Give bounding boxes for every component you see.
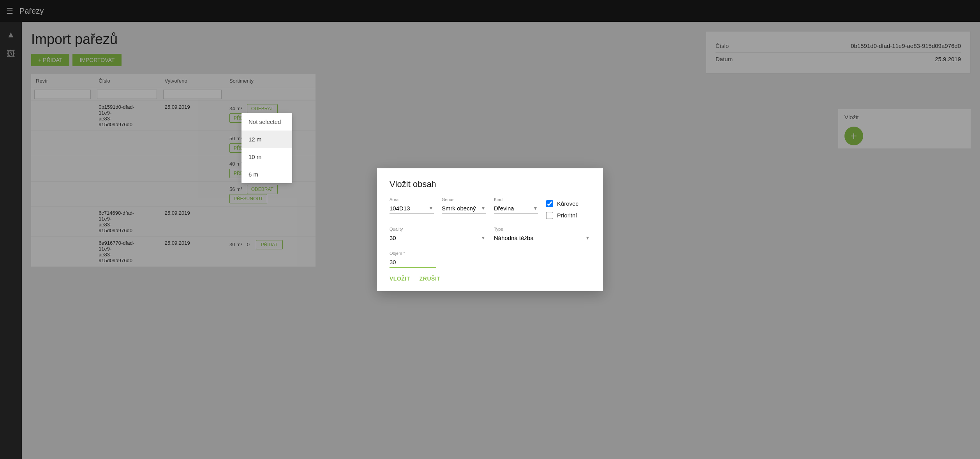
type-select[interactable]: Náhodná těžba bbox=[494, 233, 590, 243]
area-select-wrapper: 104D13 bbox=[390, 203, 434, 214]
genus-select[interactable]: Smrk obecný bbox=[442, 203, 486, 214]
objem-group: Objem * bbox=[390, 251, 436, 268]
genus-label: Genus bbox=[442, 197, 486, 202]
dialog-row-3: Objem * bbox=[390, 251, 590, 268]
kind-label: Kind bbox=[494, 197, 538, 202]
kind-dropdown-popup: Not selected 12 m 10 m 6 m bbox=[241, 113, 292, 183]
type-label: Type bbox=[494, 227, 590, 231]
kurovec-item: Kůrovec bbox=[546, 200, 590, 207]
dialog-row-1: Area 104D13 Genus Smrk obecný bbox=[390, 197, 590, 219]
genus-select-wrapper: Smrk obecný bbox=[442, 203, 486, 214]
dropdown-item-not-selected[interactable]: Not selected bbox=[241, 113, 292, 131]
checkbox-group: Kůrovec Prioritní bbox=[546, 197, 590, 219]
genus-group: Genus Smrk obecný bbox=[442, 197, 486, 219]
prioritni-checkbox[interactable] bbox=[546, 212, 553, 219]
dialog-actions: VLOŽIT ZRUŠIT bbox=[390, 275, 590, 282]
dropdown-item-12m[interactable]: 12 m bbox=[241, 131, 292, 148]
quality-select-wrapper: 30 bbox=[390, 233, 486, 243]
area-select[interactable]: 104D13 bbox=[390, 203, 434, 214]
prioritni-item: Prioritní bbox=[546, 212, 590, 219]
dialog-row-2: Quality 30 Type Náhodná těžba bbox=[390, 227, 590, 243]
quality-group: Quality 30 bbox=[390, 227, 486, 243]
kind-group: Kind Dřevina bbox=[494, 197, 538, 219]
area-group: Area 104D13 bbox=[390, 197, 434, 219]
kurovec-label: Kůrovec bbox=[557, 200, 578, 207]
quality-select[interactable]: 30 bbox=[390, 233, 486, 243]
zrusit-button[interactable]: ZRUŠIT bbox=[419, 275, 441, 282]
modal-overlay[interactable]: Vložit obsah Area 104D13 Genus bbox=[22, 22, 980, 459]
dropdown-item-6m[interactable]: 6 m bbox=[241, 166, 292, 183]
kind-select-wrapper: Dřevina bbox=[494, 203, 538, 214]
dialog: Vložit obsah Area 104D13 Genus bbox=[377, 168, 603, 291]
prioritni-label: Prioritní bbox=[557, 212, 577, 219]
main-content: Import pařezů + PŘIDAT IMPORTOVAT Číslo … bbox=[22, 22, 980, 459]
kurovec-checkbox[interactable] bbox=[546, 200, 553, 207]
vlozit-button[interactable]: VLOŽIT bbox=[390, 275, 410, 282]
objem-label: Objem * bbox=[390, 251, 436, 256]
area-label: Area bbox=[390, 197, 434, 202]
dialog-title: Vložit obsah bbox=[390, 179, 590, 189]
quality-label: Quality bbox=[390, 227, 486, 231]
dropdown-item-10m[interactable]: 10 m bbox=[241, 148, 292, 166]
objem-input[interactable] bbox=[390, 257, 436, 268]
type-group: Type Náhodná těžba bbox=[494, 227, 590, 243]
type-select-wrapper: Náhodná těžba bbox=[494, 233, 590, 243]
kind-select[interactable]: Dřevina bbox=[494, 203, 538, 214]
